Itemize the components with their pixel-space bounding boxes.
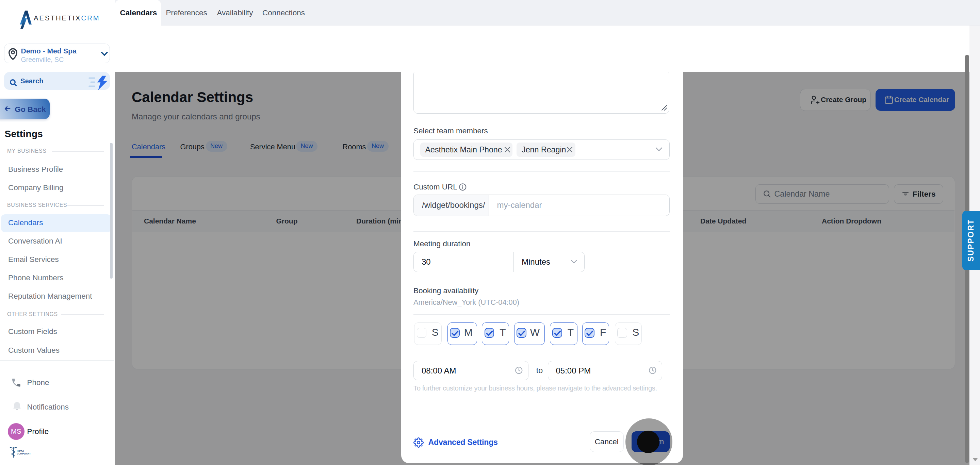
svg-text:HIPAA: HIPAA [17, 450, 24, 452]
svg-text:COMPLIANT: COMPLIANT [17, 452, 31, 455]
